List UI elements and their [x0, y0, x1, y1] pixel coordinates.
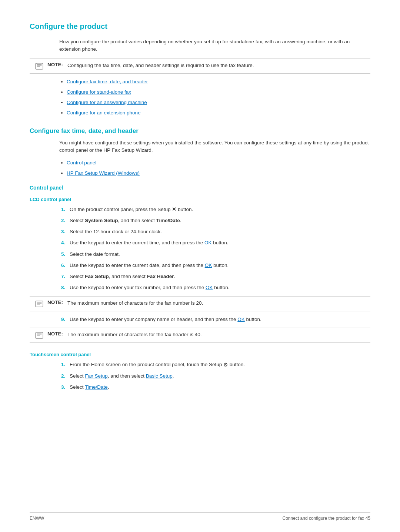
list-item: Configure fax time, date, and header — [67, 78, 370, 86]
main-links-list: Configure fax time, date, and header Con… — [67, 78, 370, 117]
touchscreen-title: Touchscreen control panel — [30, 352, 370, 357]
main-title: Configure the product — [30, 22, 370, 32]
page-footer: ENWW Connect and configure the product f… — [30, 512, 370, 521]
page-content: Configure the product How you configure … — [30, 22, 370, 391]
svg-rect-0 — [36, 63, 43, 69]
step-8: Use the keypad to enter your fax number,… — [67, 284, 370, 291]
ok-link-step4[interactable]: OK — [204, 240, 212, 245]
step-9: Use the keypad to enter your company nam… — [67, 316, 370, 323]
link-answering-machine[interactable]: Configure for an answering machine — [67, 100, 147, 105]
list-item: Configure for stand-alone fax — [67, 88, 370, 96]
ok-link-step8[interactable]: OK — [206, 285, 213, 290]
step-5: Select the date format. — [67, 251, 370, 258]
lcd-steps-list: On the product control panel, press the … — [59, 206, 370, 292]
setup-symbol: ✕ — [172, 207, 176, 212]
fax-time-intro: You might have configured these settings… — [59, 139, 370, 154]
fax-time-links-list: Control panel HP Fax Setup Wizard (Windo… — [67, 159, 370, 177]
ts-step-1: From the Home screen on the product cont… — [67, 361, 370, 369]
step-2: Select System Setup, and then select Tim… — [67, 217, 370, 224]
ts-step-2: Select Fax Setup, and then select Basic … — [67, 372, 370, 380]
top-note-text: Configuring the fax time, date, and head… — [67, 62, 254, 69]
footer-left: ENWW — [30, 516, 44, 521]
note-box-step9: NOTE: The maximum number of characters f… — [30, 328, 370, 343]
ts-step-3: Select Time/Date. — [67, 384, 370, 391]
list-item: Configure for an answering machine — [67, 99, 370, 106]
svg-rect-8 — [36, 332, 43, 338]
note-box-step8: NOTE: The maximum number of characters f… — [30, 296, 370, 311]
note-label-text: NOTE: — [47, 62, 63, 67]
link-hp-fax-wizard[interactable]: HP Fax Setup Wizard (Windows) — [67, 170, 140, 176]
note-label-3: NOTE: — [47, 331, 63, 337]
note-icon — [34, 62, 44, 70]
link-time-date[interactable]: Time/Date — [85, 384, 108, 390]
top-note-box: NOTE: Configuring the fax time, date, an… — [30, 58, 370, 74]
svg-rect-4 — [36, 301, 43, 307]
link-standalone-fax[interactable]: Configure for stand-alone fax — [67, 89, 131, 95]
note-text-step8: The maximum number of characters for the… — [67, 300, 203, 307]
touchscreen-steps-list: From the Home screen on the product cont… — [59, 361, 370, 391]
link-control-panel[interactable]: Control panel — [67, 160, 96, 165]
step-6: Use the keypad to enter the current date… — [67, 262, 370, 269]
link-fax-setup[interactable]: Fax Setup — [85, 373, 108, 379]
note-icon-3 — [34, 331, 44, 339]
link-fax-time[interactable]: Configure fax time, date, and header — [67, 79, 148, 84]
list-item: HP Fax Setup Wizard (Windows) — [67, 170, 370, 177]
link-extension-phone[interactable]: Configure for an extension phone — [67, 110, 141, 116]
step-3: Select the 12-hour clock or 24-hour cloc… — [67, 228, 370, 235]
footer-right: Connect and configure the product for fa… — [283, 516, 371, 521]
intro-text: How you configure the product varies dep… — [59, 38, 370, 53]
list-item: Control panel — [67, 159, 370, 167]
ok-link-step9[interactable]: OK — [237, 317, 245, 322]
link-basic-setup[interactable]: Basic Setup — [146, 373, 173, 379]
note-icon-2 — [34, 300, 44, 308]
gear-icon: ⚙ — [223, 361, 228, 369]
control-panel-title: Control panel — [30, 185, 370, 191]
step-1: On the product control panel, press the … — [67, 206, 370, 213]
step-4: Use the keypad to enter the current time… — [67, 239, 370, 247]
note-label-2: NOTE: — [47, 300, 63, 305]
step-7: Select Fax Setup, and then select Fax He… — [67, 273, 370, 280]
lcd-title: LCD control panel — [30, 197, 370, 202]
fax-time-section-title: Configure fax time, date, and header — [30, 127, 370, 135]
ok-link-step6[interactable]: OK — [205, 262, 212, 268]
note-text-step9: The maximum number of characters for the… — [67, 331, 201, 338]
lcd-step9-list: Use the keypad to enter your company nam… — [59, 316, 370, 323]
list-item: Configure for an extension phone — [67, 109, 370, 117]
